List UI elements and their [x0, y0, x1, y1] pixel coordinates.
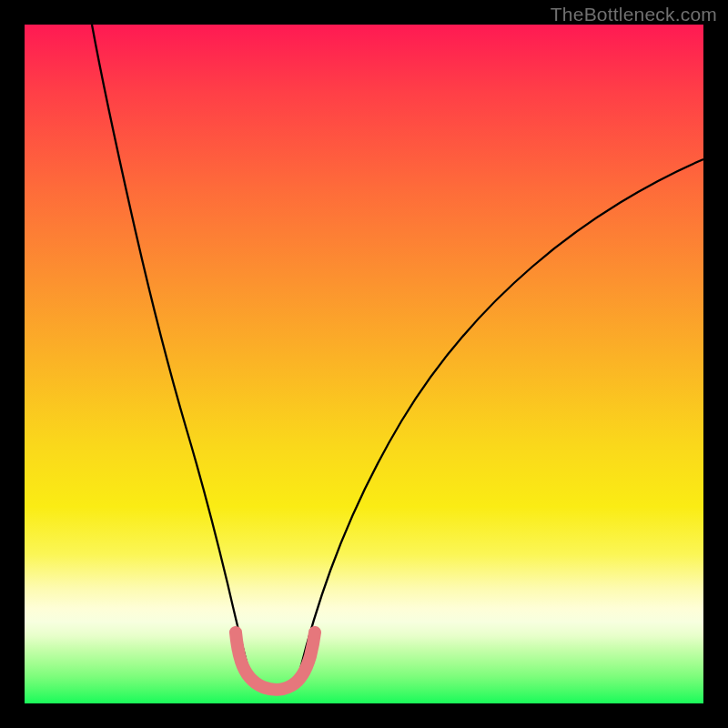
- curve-left: [92, 25, 249, 672]
- watermark-label: TheBottleneck.com: [551, 4, 717, 25]
- chart-curves: [25, 25, 703, 703]
- curve-right: [299, 159, 703, 672]
- chart-plot-area: [25, 25, 703, 703]
- chart-frame: TheBottleneck.com: [0, 0, 728, 728]
- marker-path: [236, 632, 315, 690]
